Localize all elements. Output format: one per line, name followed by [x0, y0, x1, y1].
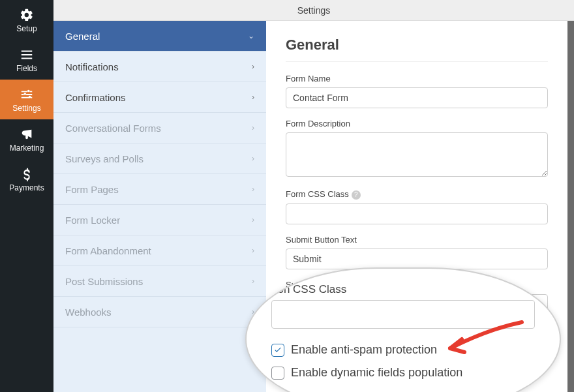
- nav-label: Payments: [9, 183, 44, 192]
- form-css-field: Form CSS Class?: [286, 189, 548, 224]
- menu-confirmations[interactable]: Confirmations ›: [53, 82, 266, 113]
- nav-label: Fields: [16, 64, 37, 73]
- chevron-right-icon: ›: [252, 154, 254, 163]
- dollar-icon: [20, 167, 34, 181]
- menu-label: General: [65, 31, 100, 42]
- nav-label: Marketing: [10, 143, 44, 153]
- dynamic-fields-checkbox-row[interactable]: Enable dynamic fields population: [271, 366, 535, 380]
- zoom-css-class-label: tton CSS Class: [271, 283, 535, 296]
- chevron-right-icon: ›: [252, 246, 254, 255]
- checkbox-unchecked-icon: [271, 367, 284, 380]
- gear-icon: [20, 8, 34, 22]
- zoom-css-class-input[interactable]: [271, 300, 535, 329]
- form-name-label: Form Name: [286, 74, 548, 83]
- menu-form-abandonment[interactable]: Form Abandonment ›: [53, 235, 266, 266]
- chevron-right-icon: ›: [252, 185, 254, 194]
- submit-text-label: Submit Button Text: [286, 235, 548, 245]
- page-title: Settings: [297, 5, 331, 16]
- menu-label: Form Locker: [65, 215, 120, 226]
- menu-conversational-forms[interactable]: Conversational Forms ›: [53, 113, 266, 143]
- chevron-right-icon: ›: [252, 277, 254, 286]
- form-css-label: Form CSS Class?: [286, 189, 548, 200]
- menu-notifications[interactable]: Notifications ›: [53, 52, 266, 82]
- nav-label: Settings: [12, 104, 40, 113]
- submit-text-field: Submit Button Text: [286, 235, 548, 269]
- settings-menu: General ⌄ Notifications › Confirmations …: [53, 21, 266, 392]
- menu-label: Form Pages: [65, 184, 119, 195]
- nav-fields[interactable]: Fields: [0, 40, 53, 80]
- form-description-field: Form Description: [286, 119, 548, 179]
- dynamic-fields-label: Enable dynamic fields population: [291, 366, 462, 380]
- form-name-input[interactable]: [286, 87, 548, 108]
- form-description-input[interactable]: [286, 132, 548, 177]
- menu-form-locker[interactable]: Form Locker ›: [53, 205, 266, 235]
- menu-surveys-polls[interactable]: Surveys and Polls ›: [53, 143, 266, 174]
- menu-label: Post Submissions: [65, 276, 143, 287]
- menu-label: Webhooks: [65, 307, 112, 318]
- chevron-right-icon: ›: [252, 93, 254, 102]
- list-icon: [20, 48, 34, 62]
- checkbox-checked-icon: [271, 344, 284, 357]
- help-icon[interactable]: ?: [352, 190, 361, 200]
- nav-payments[interactable]: Payments: [0, 159, 53, 199]
- menu-general[interactable]: General ⌄: [53, 21, 266, 52]
- menu-webhooks[interactable]: Webhooks ›: [53, 297, 266, 327]
- menu-label: Conversational Forms: [65, 123, 161, 134]
- antispam-checkbox-row[interactable]: Enable anti-spam protection: [271, 343, 535, 357]
- sliders-icon: [20, 87, 34, 102]
- chevron-right-icon: ›: [252, 215, 254, 224]
- menu-label: Surveys and Polls: [65, 153, 144, 164]
- form-name-field: Form Name: [286, 74, 548, 108]
- menu-form-pages[interactable]: Form Pages ›: [53, 174, 266, 205]
- menu-post-submissions[interactable]: Post Submissions ›: [53, 266, 266, 297]
- nav-marketing[interactable]: Marketing: [0, 119, 53, 159]
- panel-heading: General: [286, 37, 548, 62]
- left-nav: Setup Fields Settings Marketing Payments: [0, 0, 53, 392]
- chevron-down-icon: ⌄: [248, 31, 254, 40]
- antispam-label: Enable anti-spam protection: [291, 343, 437, 357]
- form-css-input[interactable]: [286, 204, 548, 224]
- nav-setup[interactable]: Setup: [0, 0, 53, 40]
- nav-settings[interactable]: Settings: [0, 80, 53, 119]
- form-description-label: Form Description: [286, 119, 548, 128]
- menu-label: Form Abandonment: [65, 245, 151, 256]
- zoom-callout: tton CSS Class Enable anti-spam protecti…: [245, 267, 561, 392]
- submit-text-input[interactable]: [286, 249, 548, 269]
- menu-label: Confirmations: [65, 92, 126, 103]
- bullhorn-icon: [20, 127, 34, 142]
- nav-label: Setup: [16, 24, 37, 33]
- menu-label: Notifications: [65, 61, 119, 72]
- chevron-right-icon: ›: [252, 62, 254, 71]
- top-bar: Settings: [53, 0, 574, 21]
- chevron-right-icon: ›: [252, 123, 254, 132]
